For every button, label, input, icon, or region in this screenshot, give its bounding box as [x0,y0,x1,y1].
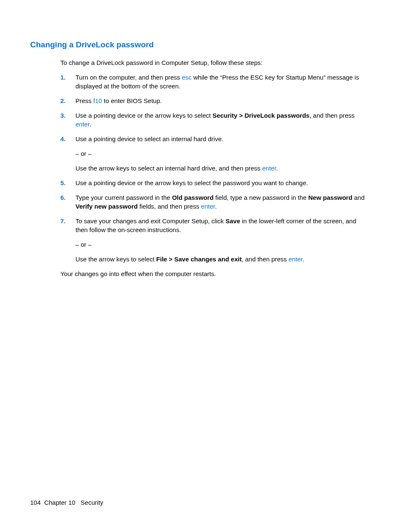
text-run: fields, and then press [138,203,201,210]
intro-paragraph: To change a DriveLock password in Comput… [60,58,370,67]
list-content: Turn on the computer, and then press esc… [75,73,370,90]
text-run: , and then press [242,256,288,263]
key-name: enter [75,121,89,128]
list-number: 6. [60,193,75,211]
list-item: 4.Use a pointing device to select an int… [60,134,370,173]
step-paragraph: Use the arrow keys to select File > Save… [75,255,370,263]
text-run: Use a pointing device or the arrow keys … [75,179,308,186]
chapter-label: Chapter 10 [44,499,75,506]
text-run: field, type a new password in the [213,194,308,201]
list-content: To save your changes and exit Computer S… [75,217,370,263]
page-number: 104 [30,499,41,506]
list-content: Use a pointing device to select an inter… [75,134,370,173]
step-paragraph: Turn on the computer, and then press esc… [75,73,370,90]
text-run: Type your current password in the [75,194,172,201]
step-paragraph: Use a pointing device or the arrow keys … [75,178,370,187]
list-content: Type your current password in the Old pa… [75,193,370,211]
list-item: 6.Type your current password in the Old … [60,193,370,211]
step-paragraph: Press f10 to enter BIOS Setup. [75,96,370,105]
text-run: Use a pointing device or the arrow keys … [75,112,213,119]
list-item: 3.Use a pointing device or the arrow key… [60,111,370,129]
text-run: To save your changes and exit Computer S… [75,217,226,225]
text-run: . [215,203,217,210]
bold-text: New password [308,194,352,201]
list-item: 1.Turn on the computer, and then press e… [60,73,370,90]
steps-list: 1.Turn on the computer, and then press e… [60,73,370,263]
bold-text: Save [226,217,240,225]
key-name: enter [201,203,215,210]
text-run: Use the arrow keys to select [75,256,156,263]
key-name: f10 [94,97,102,104]
bold-text: Security > DriveLock passwords [213,112,309,119]
text-run: Use the arrow keys to select an internal… [75,165,262,172]
step-paragraph: To save your changes and exit Computer S… [75,217,370,234]
step-paragraph: – or – [75,240,370,249]
list-content: Use a pointing device or the arrow keys … [75,178,370,187]
step-paragraph: – or – [75,149,370,158]
list-number: 4. [60,134,75,173]
text-run: . [89,121,91,128]
step-paragraph: Use a pointing device or the arrow keys … [75,111,370,129]
bold-text: Verify new password [75,203,138,210]
text-run: – or – [75,241,91,248]
step-paragraph: Use the arrow keys to select an internal… [75,164,370,173]
step-paragraph: Type your current password in the Old pa… [75,193,370,211]
list-number: 7. [60,217,75,263]
bold-text: File > Save changes and exit [156,256,242,263]
bold-text: Old password [172,194,213,201]
list-number: 2. [60,96,75,105]
text-run: to enter BIOS Setup. [102,97,162,104]
list-content: Press f10 to enter BIOS Setup. [75,96,370,105]
text-run: . [303,256,304,263]
closing-paragraph: Your changes go into effect when the com… [60,269,370,278]
list-number: 3. [60,111,75,129]
text-run: Turn on the computer, and then press [75,74,182,81]
text-run: . [276,165,278,172]
list-content: Use a pointing device or the arrow keys … [75,111,370,129]
key-name: enter [288,256,302,263]
list-item: 7.To save your changes and exit Computer… [60,217,370,263]
text-run: , and then press [309,112,355,119]
list-number: 5. [60,178,75,187]
key-name: esc [182,74,192,81]
list-item: 5.Use a pointing device or the arrow key… [60,178,370,187]
page-footer: 104 Chapter 10 Security [30,498,103,507]
chapter-title: Security [81,499,103,506]
text-run: and [352,194,364,201]
text-run: – or – [75,150,91,157]
list-number: 1. [60,73,75,90]
text-run: Use a pointing device to select an inter… [75,135,223,142]
list-item: 2.Press f10 to enter BIOS Setup. [60,96,370,105]
text-run: Press [75,97,94,104]
step-paragraph: Use a pointing device to select an inter… [75,134,370,143]
section-heading: Changing a DriveLock password [30,39,370,51]
key-name: enter [262,165,276,172]
